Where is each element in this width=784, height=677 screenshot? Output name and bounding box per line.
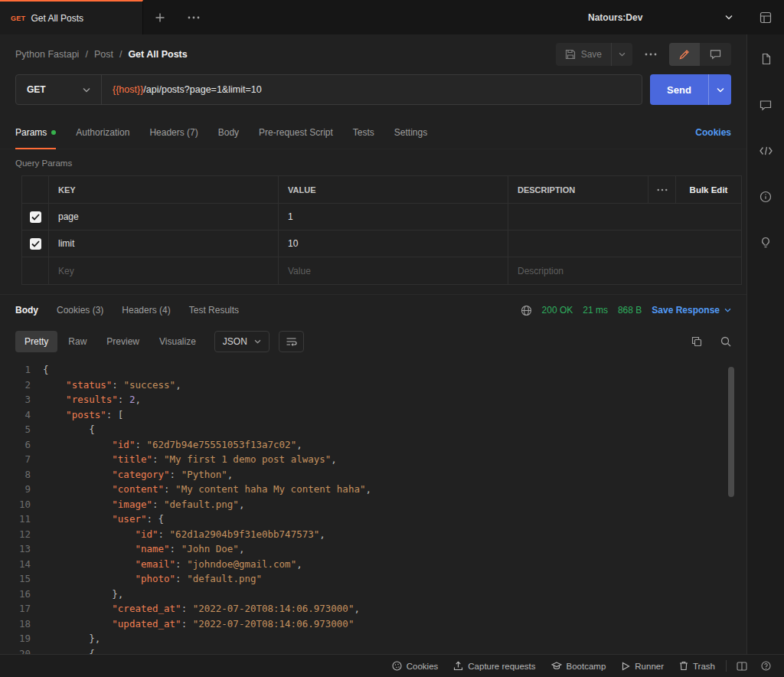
footer-runner-button[interactable]: Runner [613, 662, 671, 671]
param-checkbox-checked[interactable] [30, 238, 41, 250]
request-info-button[interactable] [755, 186, 776, 208]
view-tab-visualize[interactable]: Visualize [150, 331, 205, 352]
save-options-button[interactable] [611, 43, 632, 66]
two-pane-view-button[interactable] [730, 662, 754, 671]
query-params-table: KEY VALUE DESCRIPTION Bulk Edit page 1 [21, 175, 742, 285]
param-value-field[interactable]: 10 [278, 231, 508, 257]
save-response-button[interactable]: Save Response [652, 305, 731, 316]
param-key-field[interactable]: limit [48, 231, 278, 257]
param-checkbox-checked[interactable] [30, 211, 41, 223]
copy-response-button[interactable] [691, 336, 702, 347]
code-lines: { "status": "success", "results": 2, "po… [43, 362, 746, 654]
request-tab-method: GET [11, 15, 25, 22]
view-tab-raw[interactable]: Raw [59, 331, 96, 352]
cookies-link[interactable]: Cookies [695, 127, 731, 138]
tab-tests[interactable]: Tests [353, 116, 374, 149]
save-button[interactable]: Save [556, 43, 611, 66]
footer-separator [726, 660, 727, 672]
url-input[interactable]: {{host}}/api/posts?page=1&limit=10 [102, 75, 642, 104]
param-value-field[interactable]: 1 [278, 204, 508, 230]
tab-params[interactable]: Params [15, 116, 56, 149]
send-button[interactable]: Send [650, 74, 708, 105]
param-value-field-empty[interactable]: Value [278, 257, 508, 284]
network-info-button[interactable] [521, 305, 532, 316]
documentation-button[interactable] [755, 48, 776, 70]
param-key-field[interactable]: page [48, 204, 278, 230]
code-icon [760, 146, 773, 155]
trash-icon [679, 661, 688, 671]
search-response-button[interactable] [720, 336, 731, 347]
footer-cookies-label: Cookies [407, 662, 439, 671]
save-button-group: Save [556, 43, 632, 66]
help-icon [761, 661, 771, 671]
footer-cookies-button[interactable]: Cookies [384, 661, 446, 671]
more-horizontal-icon [645, 53, 657, 56]
breadcrumb-request-name[interactable]: Get All Posts [128, 49, 187, 60]
tab-headers[interactable]: Headers (7) [149, 116, 198, 149]
play-icon [621, 662, 630, 671]
info-icon [760, 191, 772, 203]
response-tab-cookies[interactable]: Cookies (3) [57, 305, 103, 316]
response-tab-test-results[interactable]: Test Results [189, 305, 239, 316]
breadcrumb-separator: / [85, 49, 87, 60]
param-row-limit: limit 10 [22, 231, 741, 257]
postbot-button[interactable] [755, 232, 776, 253]
params-column-value: VALUE [278, 176, 508, 203]
footer-bootcamp-button[interactable]: Bootcamp [544, 662, 614, 671]
response-tab-body[interactable]: Body [15, 305, 38, 316]
footer-capture-requests-button[interactable]: Capture requests [446, 661, 543, 671]
request-tab[interactable]: GET Get All Posts [0, 0, 143, 34]
footer-trash-button[interactable]: Trash [671, 661, 723, 671]
wrap-text-icon [286, 336, 297, 347]
tab-options-button[interactable] [177, 0, 211, 34]
tab-prerequest-script[interactable]: Pre-request Script [259, 116, 333, 149]
send-options-button[interactable] [708, 74, 731, 105]
method-selector[interactable]: GET [16, 75, 102, 104]
request-more-actions-button[interactable] [645, 53, 657, 56]
request-panel: Python Fastapi / Post / Get All Posts Sa… [0, 34, 746, 654]
environment-quick-look-button[interactable] [746, 0, 784, 34]
chevron-down-icon [717, 87, 724, 93]
line-numbers: 1234567891011121314151617181920 [0, 362, 43, 654]
params-more-options-button[interactable] [648, 176, 675, 203]
environment-selector[interactable]: Natours:Dev [574, 0, 746, 34]
response-status-badge: 200 OK [542, 305, 573, 316]
params-header-checkbox-cell [22, 176, 48, 203]
request-actions: Save [556, 43, 731, 66]
response-panel: Body Cookies (3) Headers (4) Test Result… [0, 294, 746, 654]
param-checkbox-cell [22, 257, 48, 284]
comment-icon [710, 49, 721, 60]
param-description-field[interactable] [508, 231, 741, 257]
edit-comment-group [669, 43, 731, 66]
url-path: /api/posts?page=1&limit=10 [143, 84, 261, 95]
bulk-edit-button[interactable]: Bulk Edit [675, 176, 741, 203]
response-view-bar: Pretty Raw Preview Visualize JSON [0, 325, 746, 358]
scrollbar-thumb[interactable] [728, 367, 734, 497]
param-key-field-empty[interactable]: Key [48, 257, 278, 284]
view-tab-preview[interactable]: Preview [97, 331, 149, 352]
param-checkbox-cell [22, 231, 48, 257]
param-description-field-empty[interactable]: Description [508, 257, 741, 284]
response-format-selector[interactable]: JSON [214, 331, 270, 352]
help-button[interactable] [754, 661, 778, 671]
comment-button[interactable] [700, 43, 731, 66]
lightbulb-icon [760, 237, 771, 249]
response-tab-headers[interactable]: Headers (4) [122, 305, 170, 316]
params-column-description: DESCRIPTION [508, 176, 648, 203]
new-tab-button[interactable] [143, 0, 177, 34]
edit-request-button[interactable] [669, 43, 700, 66]
wrap-lines-button[interactable] [279, 331, 304, 352]
method-label: GET [27, 84, 46, 95]
tab-body[interactable]: Body [218, 116, 239, 149]
comments-button[interactable] [755, 94, 776, 116]
breadcrumb-collection[interactable]: Python Fastapi [15, 49, 79, 60]
code-snippet-button[interactable] [755, 140, 776, 162]
view-tab-pretty[interactable]: Pretty [15, 331, 57, 352]
param-description-field[interactable] [508, 204, 741, 230]
tab-body-label: Body [218, 127, 239, 138]
tab-prerequest-label: Pre-request Script [259, 127, 333, 138]
tab-settings[interactable]: Settings [394, 116, 427, 149]
tab-authorization[interactable]: Authorization [76, 116, 129, 149]
breadcrumb-folder[interactable]: Post [94, 49, 113, 60]
breadcrumb-row: Python Fastapi / Post / Get All Posts Sa… [0, 34, 746, 74]
